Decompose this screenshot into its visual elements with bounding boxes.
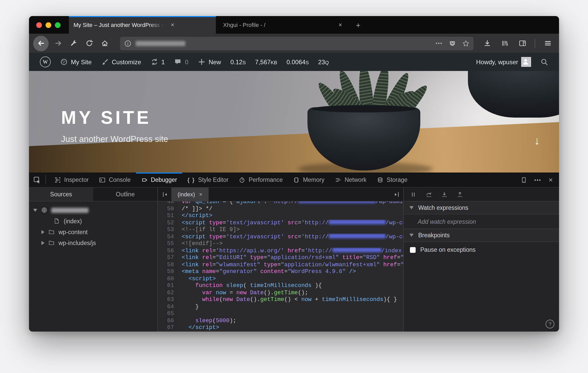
line-number[interactable]: 67 bbox=[158, 324, 178, 331]
menu-button[interactable] bbox=[540, 37, 555, 50]
responsive-design-icon[interactable] bbox=[520, 176, 527, 183]
line-number[interactable]: 56 bbox=[158, 247, 178, 254]
forward-button[interactable] bbox=[51, 37, 65, 50]
line-number[interactable]: 50 bbox=[158, 205, 178, 212]
line-number[interactable]: 51 bbox=[158, 212, 178, 219]
line-number[interactable]: 65 bbox=[158, 310, 178, 317]
adminbar-search[interactable] bbox=[536, 53, 553, 71]
new-tab-button[interactable]: + bbox=[349, 16, 367, 34]
inspector-icon bbox=[54, 176, 61, 183]
wrench-button[interactable] bbox=[66, 37, 81, 50]
expand-panes-button[interactable] bbox=[390, 188, 403, 201]
my-site-menu[interactable]: My Site bbox=[55, 53, 96, 71]
step-in-icon[interactable] bbox=[441, 191, 448, 198]
minimize-window-button[interactable] bbox=[46, 22, 51, 28]
pause-on-exceptions-row[interactable]: Pause on exceptions bbox=[404, 242, 559, 257]
devtools-tab-memory[interactable]: Memory bbox=[288, 173, 330, 187]
qm-query-time[interactable]: 0.0064S bbox=[282, 58, 313, 66]
line-number[interactable]: 59 bbox=[158, 268, 178, 275]
library-button[interactable] bbox=[497, 37, 512, 50]
editor-tab-close-icon[interactable]: × bbox=[199, 191, 202, 197]
line-number[interactable]: 63 bbox=[158, 296, 178, 303]
qm-query-count[interactable]: 23Q bbox=[313, 58, 334, 66]
tree-item--index-[interactable]: (index) bbox=[29, 216, 157, 226]
devtools-close-icon[interactable]: × bbox=[549, 176, 553, 183]
collapse-sources-pane-button[interactable] bbox=[158, 188, 171, 201]
page-info-icon[interactable] bbox=[124, 40, 131, 47]
qm-page-time[interactable]: 0.12S bbox=[226, 58, 250, 66]
step-out-icon[interactable] bbox=[457, 191, 463, 198]
devtools-tab-label: Console bbox=[109, 177, 131, 183]
watch-expressions-header[interactable]: Watch expressions bbox=[404, 202, 559, 214]
line-content: </script> bbox=[178, 212, 403, 219]
add-watch-expression-input[interactable]: Add watch expression bbox=[404, 214, 559, 229]
updates-menu[interactable]: 1 bbox=[146, 53, 169, 71]
debugger-icon bbox=[141, 176, 148, 183]
devtools-tab-label: Storage bbox=[387, 177, 408, 183]
line-number[interactable]: 64 bbox=[158, 303, 178, 310]
breakpoints-header[interactable]: Breakpoints bbox=[404, 229, 559, 242]
help-button[interactable]: ? bbox=[546, 320, 554, 328]
my-account-menu[interactable]: Howdy, wpuser bbox=[472, 53, 536, 71]
code-editor[interactable]: 49var qm_l10n = { ajaxurl : 'http:///wp-… bbox=[158, 202, 403, 332]
line-number[interactable]: 53 bbox=[158, 226, 178, 233]
reload-button[interactable] bbox=[82, 37, 96, 50]
pause-on-exceptions-checkbox[interactable] bbox=[410, 247, 416, 253]
site-title[interactable]: MY SITE bbox=[61, 107, 151, 128]
hero-table bbox=[29, 121, 559, 173]
line-number[interactable]: 55 bbox=[158, 240, 178, 247]
line-number[interactable]: 57 bbox=[158, 254, 178, 261]
line-number[interactable]: 61 bbox=[158, 282, 178, 289]
devtools-tab-debugger[interactable]: Debugger bbox=[136, 173, 182, 187]
qm-memory[interactable]: 7,567KB bbox=[251, 58, 282, 66]
line-number[interactable]: 54 bbox=[158, 233, 178, 240]
scroll-down-arrow[interactable]: ↓ bbox=[534, 134, 540, 148]
line-number[interactable]: 58 bbox=[158, 261, 178, 268]
line-number[interactable]: 49 bbox=[158, 202, 178, 205]
step-over-icon[interactable] bbox=[425, 191, 432, 198]
devtools-tab-inspector[interactable]: Inspector bbox=[49, 173, 94, 187]
downloads-button[interactable] bbox=[480, 37, 494, 50]
comments-menu[interactable]: 0 bbox=[170, 53, 193, 71]
devtools-tab-network[interactable]: Network bbox=[330, 173, 372, 187]
browser-tab-my-site[interactable]: My Site – Just another WordPress si × bbox=[69, 16, 216, 34]
devtools-tab-style-editor[interactable]: { }Style Editor bbox=[182, 173, 234, 187]
customize-label: Customize bbox=[112, 58, 141, 66]
line-number[interactable]: 60 bbox=[158, 275, 178, 282]
caret-right-icon[interactable] bbox=[41, 241, 45, 245]
line-content: <link rel="wlwmanifest" type="applicatio… bbox=[178, 261, 403, 268]
tree-item-wp-content[interactable]: wp-content bbox=[29, 226, 157, 237]
line-number[interactable]: 62 bbox=[158, 289, 178, 296]
tree-item-domain[interactable] bbox=[29, 205, 157, 216]
tab-sources[interactable]: Sources bbox=[29, 188, 93, 201]
new-content-menu[interactable]: New bbox=[193, 53, 226, 71]
devtools-tab-console[interactable]: Console bbox=[94, 173, 136, 187]
line-number[interactable]: 66 bbox=[158, 317, 178, 324]
editor-tab-index[interactable]: (index) × bbox=[171, 188, 209, 201]
devtools-tab-storage[interactable]: Storage bbox=[372, 173, 413, 187]
tab-outline[interactable]: Outline bbox=[93, 188, 157, 201]
home-button[interactable] bbox=[97, 37, 112, 50]
pick-element-button[interactable] bbox=[29, 173, 45, 187]
tab-close-icon[interactable]: × bbox=[339, 22, 342, 28]
search-icon bbox=[540, 58, 548, 66]
back-button[interactable] bbox=[33, 35, 49, 51]
tab-close-icon[interactable]: × bbox=[171, 22, 174, 28]
close-window-button[interactable] bbox=[36, 22, 42, 28]
line-number[interactable]: 52 bbox=[158, 219, 178, 226]
caret-right-icon[interactable] bbox=[41, 230, 45, 234]
devtools-tab-performance[interactable]: Performance bbox=[234, 173, 288, 187]
browser-tab-xhgui[interactable]: Xhgui - Profile - / × bbox=[216, 16, 349, 34]
tree-item-wp-includes-js[interactable]: wp-includes/js bbox=[29, 237, 157, 248]
customize-menu[interactable]: Customize bbox=[96, 53, 146, 71]
pocket-icon[interactable] bbox=[449, 40, 456, 47]
pause-icon[interactable] bbox=[410, 191, 417, 198]
sidebar-button[interactable] bbox=[515, 37, 530, 50]
wp-logo-menu[interactable]: W bbox=[35, 53, 55, 71]
caret-down-icon[interactable] bbox=[33, 209, 37, 212]
devtools-menu-icon[interactable]: ••• bbox=[534, 177, 541, 183]
bookmark-star-icon[interactable] bbox=[462, 40, 469, 47]
page-actions-icon[interactable]: ••• bbox=[436, 40, 443, 46]
zoom-window-button[interactable] bbox=[55, 22, 61, 28]
url-bar[interactable]: ••• bbox=[120, 37, 474, 50]
